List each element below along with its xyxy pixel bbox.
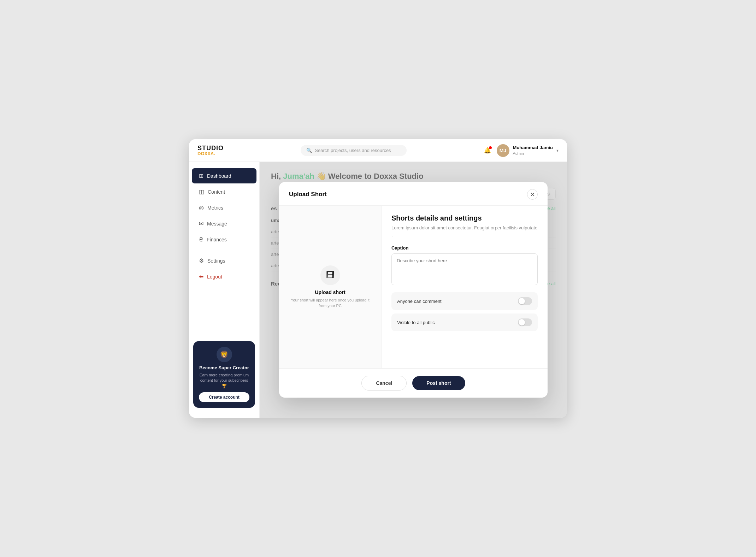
logo-area: STUDIO DOXXA. [197,145,224,156]
notification-dot [489,146,492,149]
anyone-can-comment-toggle[interactable] [518,297,532,305]
sidebar-label-settings: Settings [207,258,225,264]
sidebar-item-finances[interactable]: ₴ Finances [192,232,256,247]
logo-doxxa: DOXXA. [197,151,224,156]
upload-short-modal: Upload Short ✕ 🎞 Upload short [279,182,548,398]
topbar: STUDIO DOXXA. 🔍 Search projects, users a… [189,139,567,162]
search-placeholder-text: Search projects, users and resources [315,148,391,153]
super-creator-card: 🦁 Become Super Creator Earn more creatin… [193,341,255,408]
user-role: Admin [513,151,553,156]
sidebar-bottom: 🦁 Become Super Creator Earn more creatin… [189,337,259,412]
super-creator-description: Earn more creating premium content for y… [199,373,249,389]
upload-icon-circle: 🎞 [320,265,340,285]
topbar-right: 🔔 MJ Muhammad Jamiu Admin ▾ [484,144,559,157]
sidebar-label-dashboard: Dashboard [207,173,231,179]
avatar: MJ [497,144,509,157]
sidebar-divider [195,250,254,250]
sidebar: ⊞ Dashboard ◫ Content ◎ Metrics ✉ Messag… [189,162,260,418]
main-layout: ⊞ Dashboard ◫ Content ◎ Metrics ✉ Messag… [189,162,567,418]
lion-icon: 🦁 [220,350,229,359]
anyone-can-comment-row: Anyone can comment [391,292,538,310]
caption-textarea[interactable] [391,253,538,285]
modal-title: Upload Short [289,191,327,198]
cancel-button[interactable]: Cancel [361,376,407,391]
sidebar-item-message[interactable]: ✉ Message [192,216,256,231]
content-area: Hi, Juma'ah 👋 Welcome to Doxxa Studio 📅 … [260,162,567,418]
sidebar-item-logout[interactable]: ⬅ Logout [192,269,256,284]
settings-icon: ⚙ [199,257,204,264]
modal-footer: Cancel Post short [279,368,548,398]
post-short-button[interactable]: Post short [412,376,465,390]
chevron-down-icon: ▾ [556,148,559,153]
dashboard-icon: ⊞ [199,172,203,179]
notification-bell[interactable]: 🔔 [484,147,491,154]
settings-desc: Lorem ipsum dolor sit amet consectetur. … [391,224,538,238]
create-account-button[interactable]: Create account [199,392,249,402]
upload-label: Upload short [315,289,345,295]
modal-header: Upload Short ✕ [279,182,548,206]
modal-overlay: Upload Short ✕ 🎞 Upload short [260,162,567,418]
settings-title: Shorts details and settings [391,214,538,222]
search-icon: 🔍 [306,148,312,153]
user-name: Muhammad Jamiu [513,145,553,151]
content-icon: ◫ [199,188,204,195]
visible-to-all-toggle[interactable] [518,318,532,326]
sidebar-label-metrics: Metrics [207,205,223,211]
browser-frame: STUDIO DOXXA. 🔍 Search projects, users a… [189,139,567,418]
sidebar-label-logout: Logout [207,274,222,280]
sidebar-item-settings[interactable]: ⚙ Settings [192,253,256,268]
super-creator-title: Become Super Creator [199,365,249,370]
modal-body: 🎞 Upload short Your short will appear he… [279,206,548,368]
modal-close-button[interactable]: ✕ [527,189,538,200]
search-bar[interactable]: 🔍 Search projects, users and resources [301,145,407,156]
visible-to-all-label: Visible to all public [397,320,435,325]
metrics-icon: ◎ [199,204,204,211]
sidebar-label-content: Content [208,189,225,195]
super-creator-avatar: 🦁 [217,347,232,362]
upload-area[interactable]: 🎞 Upload short Your short will appear he… [279,206,382,368]
visible-to-all-row: Visible to all public [391,313,538,331]
sidebar-label-message: Message [207,221,227,227]
sidebar-label-finances: Finances [207,237,227,242]
user-text: Muhammad Jamiu Admin [513,145,553,156]
sidebar-item-dashboard[interactable]: ⊞ Dashboard [192,168,256,183]
settings-panel: Shorts details and settings Lorem ipsum … [382,206,548,368]
sidebar-item-metrics[interactable]: ◎ Metrics [192,200,256,215]
logo-studio: STUDIO [197,145,224,151]
sidebar-nav: ⊞ Dashboard ◫ Content ◎ Metrics ✉ Messag… [189,168,259,337]
upload-hint: Your short will appear here once you upl… [288,297,373,309]
message-icon: ✉ [199,220,203,227]
sidebar-item-content[interactable]: ◫ Content [192,184,256,199]
app-wrapper: STUDIO DOXXA. 🔍 Search projects, users a… [189,139,567,418]
finances-icon: ₴ [199,236,203,243]
caption-label: Caption [391,245,538,251]
user-info[interactable]: MJ Muhammad Jamiu Admin ▾ [497,144,559,157]
logout-icon: ⬅ [199,273,203,280]
anyone-can-comment-label: Anyone can comment [397,299,442,304]
film-icon: 🎞 [326,270,335,280]
